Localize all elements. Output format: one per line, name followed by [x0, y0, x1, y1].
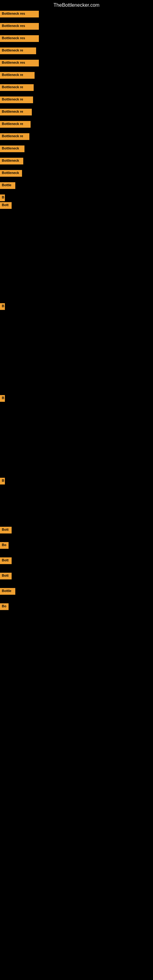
bottleneck-badge-25: Bottle — [0, 588, 15, 595]
bottleneck-badge-9: Bottleneck re — [0, 109, 32, 115]
bottleneck-badge-16: B — [0, 194, 5, 201]
bottleneck-badge-10: Bottleneck re — [0, 121, 30, 128]
bottleneck-badge-12: Bottleneck — [0, 145, 24, 152]
bottleneck-badge-11: Bottleneck re — [0, 133, 29, 140]
bottleneck-badge-7: Bottleneck re — [0, 84, 33, 91]
bottleneck-badge-8: Bottleneck re — [0, 97, 33, 103]
bottleneck-badge-15: Bottle — [0, 182, 15, 189]
bottleneck-badge-13: Bottleneck — [0, 158, 23, 164]
bottleneck-badge-18: B — [0, 303, 5, 310]
bottleneck-badge-2: Bottleneck res — [0, 23, 39, 30]
bottleneck-badge-19: B — [0, 395, 5, 402]
bottleneck-badge-5: Bottleneck res — [0, 60, 39, 67]
bottleneck-badge-6: Bottleneck re — [0, 72, 35, 79]
bottleneck-badge-3: Bottleneck res — [0, 35, 39, 42]
bottleneck-badge-14: Bottleneck — [0, 170, 22, 177]
bottleneck-badge-24: Bott — [0, 573, 12, 579]
bottleneck-badge-26: Bo — [0, 603, 9, 610]
bottleneck-badge-21: Bott — [0, 527, 12, 533]
bottleneck-badge-17: Bott — [0, 202, 12, 209]
bottleneck-badge-22: Bo — [0, 542, 9, 549]
bottleneck-badge-4: Bottleneck re — [0, 48, 36, 54]
bottleneck-badge-20: B — [0, 478, 5, 485]
bottleneck-badge-1: Bottleneck res — [0, 11, 39, 18]
bottleneck-badge-23: Bott — [0, 557, 12, 564]
site-title: TheBottlenecker.com — [0, 0, 153, 10]
